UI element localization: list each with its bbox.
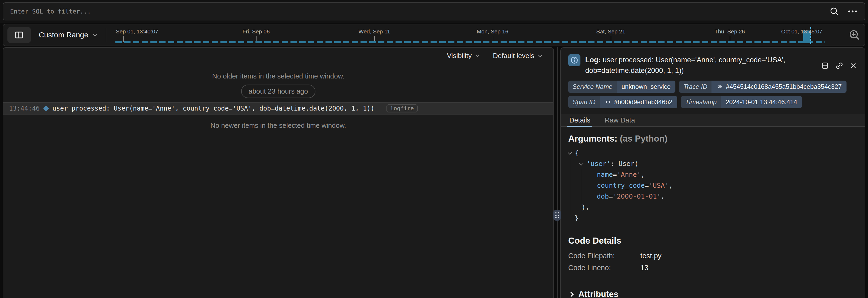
custom-range-label: Custom Range <box>39 31 88 39</box>
log-message: user processed: User(name='Anne', countr… <box>53 105 375 112</box>
meta-pill-value: unknown_service <box>617 80 675 93</box>
collapse-chevron-icon[interactable] <box>579 161 584 165</box>
sql-filter-input[interactable] <box>10 8 823 15</box>
timeline-tick <box>374 36 375 42</box>
code-token: '2000-01-01' <box>613 193 661 200</box>
link-icon[interactable] <box>835 56 844 76</box>
meta-pill-label: Span ID <box>568 96 600 108</box>
code-token: } <box>575 214 579 222</box>
detail-tabs: DetailsRaw Data <box>561 114 865 127</box>
timeline-tick-label: Fri, Sep 06 <box>243 28 270 35</box>
log-row[interactable]: 13:44:46 user processed: User(name='Anne… <box>3 102 553 114</box>
code-token: name <box>597 171 613 178</box>
detail-panel: Log: user processed: User(name='Anne', c… <box>560 47 865 298</box>
log-list-panel: Visibility Default levels No older items… <box>3 47 554 298</box>
info-icon <box>568 54 581 66</box>
code-token: 'user' <box>587 160 611 168</box>
code-token: , <box>641 171 645 178</box>
meta-pill-value-text: unknown_service <box>622 83 671 90</box>
link-icon <box>716 83 723 90</box>
custom-range-dropdown[interactable]: Custom Range <box>39 31 98 39</box>
sidebar-toggle-button[interactable] <box>7 27 31 43</box>
zoom-in-icon[interactable] <box>848 29 861 41</box>
meta-pill-value: 2024-10-01 13:44:46.414 <box>721 96 802 108</box>
splitter-line <box>557 47 558 298</box>
detail-title-text: user processed: User(name='Anne', countr… <box>585 56 785 74</box>
time-ago-badge[interactable]: about 23 hours ago <box>241 85 315 98</box>
close-icon[interactable] <box>849 56 858 76</box>
code-token: = <box>613 171 617 178</box>
timeline-tick <box>611 36 611 42</box>
search-icon[interactable] <box>829 6 839 16</box>
arguments-heading: Arguments: (as Python) <box>568 134 858 144</box>
sql-filter-box[interactable] <box>3 2 865 21</box>
topbar <box>0 0 868 23</box>
chevron-down-icon <box>474 53 481 59</box>
code-details-rows: Code Filepath:test.pyCode Lineno:13 <box>568 250 858 274</box>
time-range-bar: Custom Range Sep 01, 13:40:07 Fri, Sep 0… <box>3 24 865 46</box>
link-icon <box>604 99 612 105</box>
meta-pills: Service Nameunknown_serviceTrace ID#4545… <box>561 77 865 110</box>
meta-pill[interactable]: Trace ID#454514c0168a455a51bb4ceba354c32… <box>679 80 846 93</box>
meta-pill-value: #454514c0168a455a51bb4ceba354c327 <box>712 80 846 93</box>
code-token: , <box>661 193 665 200</box>
meta-pill-value: #b0f0d9ed1ab346b2 <box>600 96 677 108</box>
timeline-tick-label: Mon, Sep 16 <box>477 28 508 35</box>
code-details-row: Code Lineno:13 <box>568 262 858 274</box>
timeline-tick <box>123 36 124 42</box>
attributes-toggle[interactable]: Attributes <box>568 289 858 298</box>
code-line: } <box>568 212 858 224</box>
code-line: ), <box>568 202 858 212</box>
meta-pill[interactable]: Service Nameunknown_service <box>568 80 675 93</box>
no-older-message: No older items in the selected time wind… <box>3 72 553 80</box>
code-token: , <box>669 181 673 189</box>
arguments-code[interactable]: {'user': User(name='Anne',country_code='… <box>568 147 858 224</box>
meta-pill[interactable]: Span ID#b0f0d9ed1ab346b2 <box>568 96 677 108</box>
splitter-drag-handle[interactable] <box>553 210 561 221</box>
ellipsis-icon[interactable] <box>847 6 858 16</box>
code-token: : User( <box>611 160 638 168</box>
tab-raw-data[interactable]: Raw Data <box>603 114 636 126</box>
timeline-tick-label: Wed, Sep 11 <box>359 28 390 35</box>
code-line: 'user': User( <box>568 158 858 169</box>
detail-title-prefix: Log: <box>585 56 600 64</box>
code-token: = <box>609 193 613 200</box>
code-token: 'USA' <box>649 181 669 189</box>
meta-pill-label: Timestamp <box>681 96 721 108</box>
tab-details[interactable]: Details <box>568 114 591 126</box>
timeline[interactable]: Sep 01, 13:40:07 Fri, Sep 06Wed, Sep 11M… <box>114 24 844 45</box>
main-area: Visibility Default levels No older items… <box>3 47 865 298</box>
meta-pill-value-text: #454514c0168a455a51bb4ceba354c327 <box>726 83 841 90</box>
code-line: country_code='USA', <box>568 180 858 191</box>
visibility-dropdown[interactable]: Visibility <box>447 52 480 60</box>
code-details-value: 13 <box>641 262 648 274</box>
panel-splitter[interactable] <box>554 47 560 298</box>
code-details-value: test.py <box>641 250 661 262</box>
default-levels-dropdown[interactable]: Default levels <box>493 52 543 60</box>
code-details-label: Code Filepath: <box>568 250 641 262</box>
timeline-end-label: Oct 01, 13:45:07 <box>781 28 823 35</box>
code-token: ), <box>582 203 589 211</box>
code-details-label: Code Lineno: <box>568 262 641 274</box>
log-list-header: Visibility Default levels <box>3 48 553 64</box>
no-newer-message: No newer items in the selected time wind… <box>3 122 553 130</box>
code-token: = <box>645 181 649 189</box>
visibility-label: Visibility <box>447 52 471 60</box>
code-token: country_code <box>597 181 645 189</box>
chevron-down-icon <box>92 32 98 38</box>
chevron-down-icon <box>537 53 543 59</box>
meta-pill[interactable]: Timestamp2024-10-01 13:44:46.414 <box>681 96 802 108</box>
topbar-icons <box>829 6 858 16</box>
code-details-heading: Code Details <box>568 236 858 246</box>
detail-header: Log: user processed: User(name='Anne', c… <box>561 48 865 77</box>
meta-pill-value-text: #b0f0d9ed1ab346b2 <box>614 98 673 106</box>
default-levels-label: Default levels <box>493 52 534 60</box>
code-details-row: Code Filepath:test.py <box>568 250 858 262</box>
timeline-start-label: Sep 01, 13:40:07 <box>116 28 158 35</box>
timeline-tick-label: Sat, Sep 21 <box>596 28 625 35</box>
code-token: dob <box>597 193 609 200</box>
collapse-chevron-icon[interactable] <box>568 150 572 155</box>
grip-dots-icon <box>555 212 559 219</box>
timeline-tick <box>256 36 256 42</box>
panel-view-icon[interactable] <box>821 56 829 76</box>
